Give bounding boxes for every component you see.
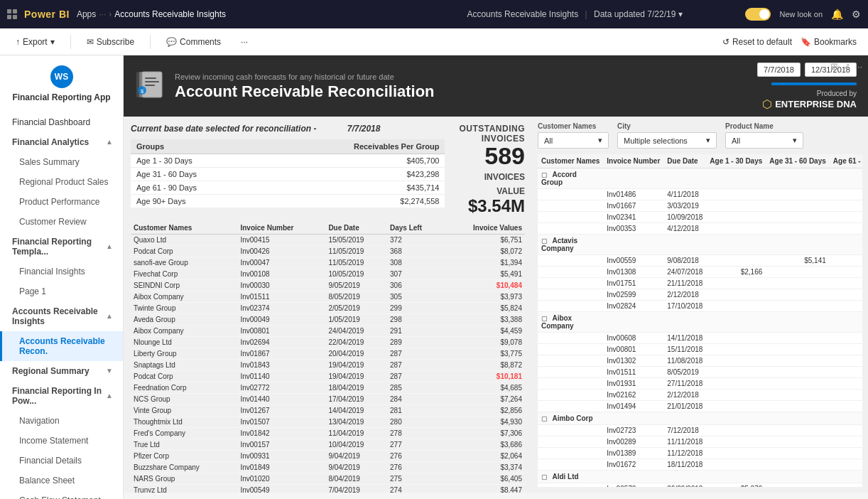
svg-text:$: $ bbox=[141, 88, 144, 95]
subscribe-button[interactable]: ✉ Subscribe bbox=[82, 34, 139, 50]
chevron-down-icon: ▲ bbox=[106, 138, 113, 146]
more-icon[interactable]: ··· bbox=[855, 61, 862, 72]
sidebar-item-regional-product-sales[interactable]: Regional Product Sales bbox=[0, 172, 123, 192]
ar-row: Inv01511 8/05/2019 $3,973 bbox=[538, 367, 862, 378]
metrics-section: OUTSTANDING INVOICES 589 INVOICES VALUE … bbox=[452, 124, 525, 216]
more-button[interactable]: ··· bbox=[237, 34, 252, 50]
invoice-table: Customer NamesInvoice NumberDue DateDays… bbox=[131, 222, 525, 493]
product-name-select[interactable]: All ▾ bbox=[725, 132, 803, 149]
report-action-icons: ⊞ ⤢ ··· bbox=[830, 61, 862, 72]
sidebar-item-balance-sheet[interactable]: Balance Sheet bbox=[0, 471, 123, 490]
grid-icon[interactable] bbox=[7, 9, 17, 19]
sidebar-item-financial-reporting-templates[interactable]: Financial Reporting Templa... ▲ bbox=[0, 232, 123, 262]
app-title: Financial Reporting App bbox=[0, 91, 123, 112]
report-header: $ Review incoming cash forecasts for any… bbox=[124, 55, 868, 117]
ar-row: Inv01494 21/01/2018 $7,588 bbox=[538, 401, 862, 412]
invoice-row: Aibox Company Inv01511 8/05/2019 305 $3,… bbox=[131, 291, 525, 303]
sidebar-item-financial-reporting-in-pow[interactable]: Financial Reporting In Pow... ▲ bbox=[0, 381, 123, 411]
fullscreen-icon[interactable]: ⤢ bbox=[842, 61, 850, 72]
sidebar-item-financial-details[interactable]: Financial Details bbox=[0, 451, 123, 471]
groups-section: Current base date selected for reconcili… bbox=[131, 124, 445, 216]
date-start[interactable]: 7/7/2018 bbox=[757, 63, 801, 77]
ar-group-header[interactable]: ▢ Actavis Company bbox=[538, 235, 862, 255]
invoice-row: Fred's Company Inv01842 11/04/2019 278 $… bbox=[131, 428, 525, 439]
invoice-row: True Ltd Inv00157 10/04/2019 277 $3,686 bbox=[131, 439, 525, 451]
content-area: $ Review incoming cash forecasts for any… bbox=[124, 55, 868, 499]
new-look-toggle[interactable] bbox=[745, 8, 771, 21]
ar-row: Inv02162 2/12/2018 $3,388 bbox=[538, 390, 862, 401]
sidebar-item-navigation[interactable]: Navigation bbox=[0, 411, 123, 431]
product-name-label: Product Name bbox=[725, 122, 803, 130]
settings-icon[interactable]: ⚙ bbox=[852, 9, 861, 20]
svg-rect-9 bbox=[145, 85, 155, 86]
expand-icon[interactable]: ▢ bbox=[541, 415, 548, 422]
powerbi-logo: Power BI bbox=[24, 9, 70, 20]
report-subtitle: Review incoming cash forecasts for any h… bbox=[175, 73, 749, 81]
left-panels-top: Current base date selected for reconcili… bbox=[131, 124, 525, 216]
date-slider[interactable] bbox=[771, 82, 857, 85]
invoice-row: sanofi-ave Group Inv00047 11/05/2019 308… bbox=[131, 257, 525, 269]
reset-button[interactable]: ↺ Reset to default bbox=[722, 37, 792, 47]
apps-link[interactable]: Apps bbox=[77, 9, 96, 19]
expand-icon[interactable]: ▢ bbox=[541, 473, 548, 481]
filter-icon[interactable]: ⊞ bbox=[830, 61, 838, 72]
filters-row: Customer Names All ▾ City Multiple selec… bbox=[538, 122, 862, 149]
customer-names-select[interactable]: All ▾ bbox=[538, 132, 609, 149]
ar-row: Inv01486 4/11/2018 $2,422 bbox=[538, 189, 862, 200]
main-layout: WS Financial Reporting App Financial Das… bbox=[0, 55, 868, 499]
ar-row: Inv01667 3/03/2019 $7,239 bbox=[538, 200, 862, 212]
ar-group-header[interactable]: ▢ Aldi Ltd bbox=[538, 471, 862, 483]
comments-button[interactable]: 💬 Comments bbox=[162, 34, 225, 50]
ar-group-header[interactable]: ▢ Aibox Company bbox=[538, 312, 862, 333]
sidebar-item-regional-summary[interactable]: Regional Summary ▼ bbox=[0, 361, 123, 381]
recon-date-value: 7/7/2018 bbox=[347, 124, 381, 134]
ar-row: Inv02824 17/10/2018 bbox=[538, 301, 862, 312]
invoice-row: Fivechat Corp Inv00108 10/05/2019 307 $5… bbox=[131, 269, 525, 280]
ar-group-header[interactable]: ▢ Accord Group bbox=[538, 168, 862, 189]
export-button[interactable]: ↑ Export ▾ bbox=[11, 34, 59, 50]
invoices-value: $3.54M bbox=[459, 196, 525, 216]
expand-icon[interactable]: ▢ bbox=[541, 315, 548, 322]
sidebar-item-accounts-receivable-insights[interactable]: Accounts Receivable Insights ▲ bbox=[0, 301, 123, 331]
groups-row: Age 61 - 90 Days$435,714 bbox=[131, 181, 445, 195]
groups-row: Age 90+ Days$2,274,558 bbox=[131, 195, 445, 208]
ar-group-header[interactable]: ▢ Aimbo Corp bbox=[538, 412, 862, 425]
subscribe-icon: ✉ bbox=[87, 37, 94, 47]
invoice-row: Aveda Group Inv00049 1/05/2019 298 $3,38… bbox=[131, 314, 525, 326]
city-select[interactable]: Multiple selections ▾ bbox=[617, 132, 717, 149]
topbar-right-actions: New look on 🔔 ⚙ bbox=[745, 8, 861, 21]
invoice-row: Vinte Group Inv01267 14/04/2019 281 $2,8… bbox=[131, 405, 525, 417]
expand-icon[interactable]: ▢ bbox=[541, 171, 548, 178]
sidebar-item-cash-flow-statement[interactable]: Cash Flow Statement bbox=[0, 490, 123, 499]
sidebar-item-financial-analytics[interactable]: Financial Analytics ▲ bbox=[0, 132, 123, 152]
sidebar-item-customer-review[interactable]: Customer Review bbox=[0, 212, 123, 232]
sidebar-item-financial-dashboard[interactable]: Financial Dashboard bbox=[0, 112, 123, 132]
bookmarks-button[interactable]: 🔖 Bookmarks bbox=[801, 37, 857, 47]
ar-row: Inv00801 15/11/2018 $8,459 bbox=[538, 344, 862, 355]
sidebar-item-page-1[interactable]: Page 1 bbox=[0, 281, 123, 301]
topbar-breadcrumb: Apps ··· › Accounts Receivable Insights bbox=[77, 9, 404, 19]
ar-row: Inv00572 26/09/2018 $5,376 bbox=[538, 483, 862, 488]
ar-row: Inv01389 11/12/2018 $3,324 bbox=[538, 448, 862, 459]
sidebar-item-product-performance[interactable]: Product Performance bbox=[0, 192, 123, 212]
invoice-row: Nlounge Ltd Inv02694 22/04/2019 289 $9,0… bbox=[131, 337, 525, 348]
invoice-row: Podcat Corp Inv00426 11/05/2019 368 $8,0… bbox=[131, 246, 525, 257]
new-look-label: New look on bbox=[779, 10, 823, 18]
report-title-area: Review incoming cash forecasts for any h… bbox=[175, 73, 749, 101]
ar-table: Customer NamesInvoice NumberDue DateAge … bbox=[538, 154, 862, 487]
report-toolbar: ↑ Export ▾ ✉ Subscribe 💬 Comments ··· ↺ … bbox=[0, 28, 868, 55]
produced-by-label: Produced by bbox=[762, 90, 857, 97]
invoice-row: NARS Group Inv01020 8/04/2019 275 $6,405 bbox=[131, 473, 525, 485]
svg-rect-3 bbox=[13, 15, 17, 19]
groups-row: Age 31 - 60 Days$423,298 bbox=[131, 168, 445, 181]
reset-icon: ↺ bbox=[722, 37, 729, 47]
expand-icon[interactable]: ▢ bbox=[541, 237, 548, 245]
sidebar-item-income-statement[interactable]: Income Statement bbox=[0, 431, 123, 451]
sidebar-item-sales-summary[interactable]: Sales Summary bbox=[0, 152, 123, 172]
right-panel: Customer Names All ▾ City Multiple selec… bbox=[532, 117, 868, 493]
sidebar-item-accounts-receivable-recon[interactable]: Accounts Receivable Recon. bbox=[0, 331, 123, 361]
notification-icon[interactable]: 🔔 bbox=[831, 9, 843, 20]
ar-row: Inv01672 18/11/2018 $7,936 bbox=[538, 459, 862, 471]
sidebar-item-financial-insights[interactable]: Financial Insights bbox=[0, 262, 123, 281]
enterprise-dna-logo: ⬡ ENTERPRISE DNA bbox=[762, 97, 857, 111]
